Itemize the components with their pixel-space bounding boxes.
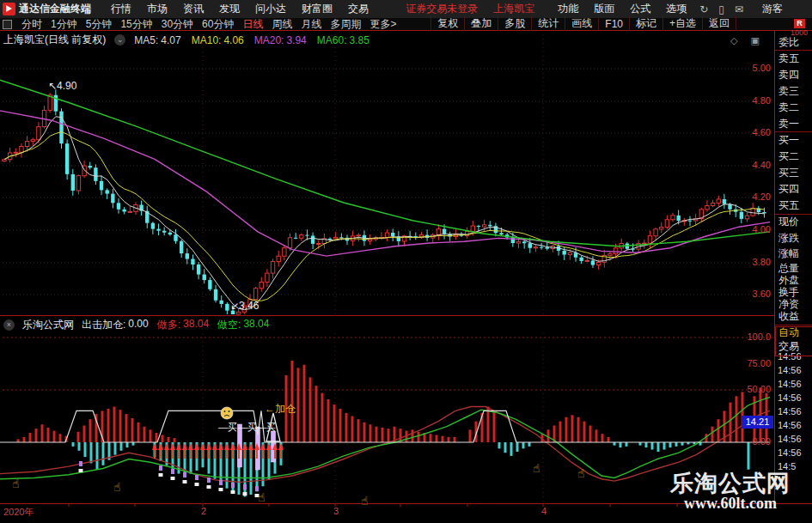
chart-graphic [339, 409, 342, 442]
chart-graphic [723, 199, 726, 204]
sidebar-row-买四: 买四 [778, 182, 799, 197]
ma-number: 3.85 [349, 34, 369, 46]
sidebar-row-买五: 买五 [778, 198, 799, 213]
chart-graphic [190, 450, 192, 459]
chart-graphic [53, 431, 56, 442]
chart-graphic [126, 442, 129, 447]
indicator-source: 乐淘公式网 [22, 318, 74, 332]
chart-graphic [471, 226, 474, 231]
chart-graphic [645, 442, 648, 447]
sidebar-row-委比: 委比 [778, 35, 799, 50]
chart-graphic [469, 429, 472, 442]
chart-graphic [705, 205, 709, 209]
chart-graphic [327, 399, 330, 442]
chart-graphic [243, 484, 247, 490]
chart-graphic [522, 241, 526, 243]
chart-graphic [107, 409, 110, 442]
timeline-month-3: 3 [333, 506, 339, 516]
chart-graphic [197, 265, 200, 275]
chart-graphic [516, 442, 519, 452]
chart-graphic [363, 423, 366, 442]
chart-graphic [385, 233, 388, 238]
chart-graphic [288, 238, 291, 248]
sidebar-row-买三: 买三 [778, 166, 799, 180]
chart-graphic [388, 429, 390, 442]
chart-graphic [315, 386, 318, 442]
chart-graphic [391, 233, 394, 236]
indicator-field-label: 做多: [157, 318, 180, 332]
chart-graphic [200, 443, 205, 450]
chart-graphic [274, 450, 276, 459]
chart-graphic [516, 241, 520, 243]
chart-graphic [202, 450, 204, 459]
chart-graphic [736, 396, 738, 442]
chart-window-icons[interactable]: ◇ ▣ [730, 35, 765, 46]
chart-graphic [493, 410, 496, 442]
chart-graphic [220, 301, 223, 304]
chart-graphic [208, 280, 211, 289]
chart-graphic [626, 442, 628, 447]
chart-graphic [94, 167, 97, 181]
chart-graphic [188, 443, 193, 450]
chart-graphic [150, 429, 152, 442]
indicator-tick: 0.00 [742, 436, 771, 447]
chart-graphic [143, 427, 146, 442]
tick-trade-time: 14:56 [778, 434, 802, 444]
chart-graphic [125, 414, 128, 442]
chart-graphic [740, 212, 743, 219]
chart-graphic [510, 442, 513, 456]
chart-graphic [162, 231, 166, 233]
chart-graphic [100, 181, 103, 191]
chart-graphic [41, 424, 44, 442]
chart-graphic [114, 442, 117, 455]
chart-graphic [154, 450, 156, 459]
chart-graphic [37, 127, 40, 140]
sidebar-row-卖五: 卖五 [778, 52, 799, 66]
indicator-field: 做多:38.04 [157, 318, 209, 332]
chart-graphic [437, 229, 440, 235]
chart-graphic [171, 477, 175, 480]
sidebar-row-卖四: 卖四 [778, 68, 799, 82]
chart-graphic [280, 450, 282, 459]
indicator-tick: 100.0 [742, 331, 771, 342]
price-tick: 5.00 [742, 63, 771, 73]
sidebar-row-买一: 买一 [778, 133, 799, 148]
chart-graphic [311, 235, 314, 243]
chart-graphic [79, 461, 82, 466]
chart-graphic [477, 226, 480, 227]
chart-graphic [244, 450, 246, 459]
collapse-icon[interactable]: × [3, 319, 15, 331]
chart-graphic [59, 112, 63, 144]
chart-graphic [382, 428, 384, 442]
chart-graphic [412, 429, 414, 442]
chart-graphic [375, 427, 378, 442]
chart-graphic [368, 240, 371, 241]
chart-graphic [583, 422, 586, 442]
chart-graphic [76, 176, 80, 191]
chart-graphic [225, 304, 229, 311]
chart-graphic [35, 429, 38, 442]
chart-graphic [675, 442, 678, 447]
watermark-url: www.60lt.com [666, 496, 795, 512]
sidebar-divider [774, 30, 775, 503]
ma-values: MA5:4.07MA10:4.06MA20:3.94MA60:3.85 [134, 34, 369, 46]
chart-graphic: ☝ [12, 477, 20, 490]
chart-graphic [717, 419, 720, 442]
ma-number: 4.07 [161, 34, 180, 46]
chart-graphic [172, 450, 174, 459]
chart-graphic [219, 488, 223, 491]
auto-trade-button[interactable] [775, 326, 812, 356]
chart-graphic [345, 413, 348, 442]
chart-graphic [648, 236, 651, 243]
chart-graphic [297, 368, 300, 442]
ma-number: 4.06 [223, 34, 243, 46]
chart-graphic [78, 442, 81, 451]
chart-graphic: ☝ [533, 461, 540, 475]
chart-graphic [170, 443, 175, 450]
indicator-values: 出击加仓:0.00做多:38.04做空:38.04 [82, 318, 269, 332]
chart-canvas[interactable]: ↖4.90↙3.46←加仓—买—买—买☝☝☝☝☝☝ [0, 0, 812, 523]
chart-graphic [71, 174, 75, 191]
chevron-down-icon[interactable]: ⌄ [114, 34, 125, 46]
chart-graphic [660, 227, 663, 228]
chart-graphic [137, 423, 140, 442]
